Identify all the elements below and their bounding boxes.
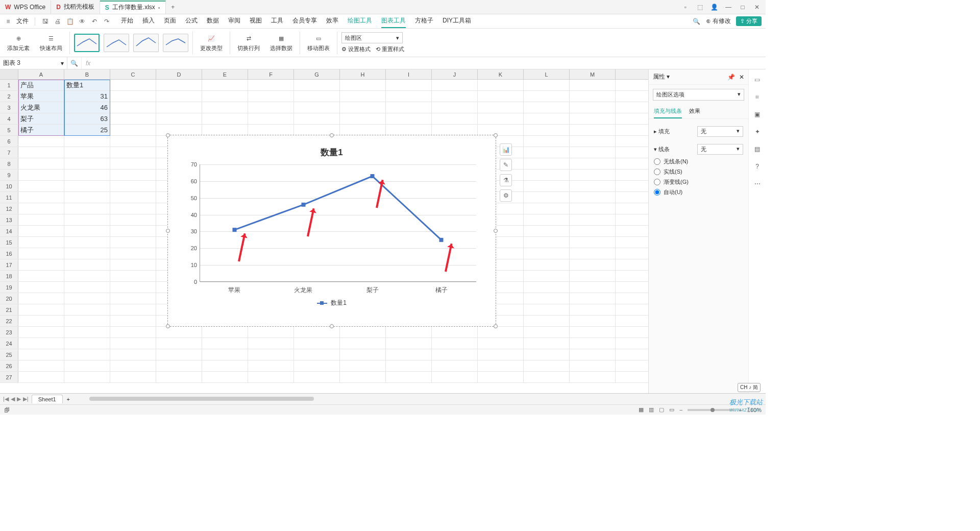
cell-B25[interactable]	[64, 349, 110, 360]
side-tool-6[interactable]: ⋯	[752, 179, 763, 189]
side-tool-2[interactable]: ▣	[752, 109, 763, 119]
cell-B13[interactable]	[64, 214, 110, 225]
menu-tab-3[interactable]: 公式	[185, 14, 198, 28]
menu-tab-8[interactable]: 会员专享	[292, 14, 317, 28]
cell-F27[interactable]	[248, 372, 294, 382]
cell-A25[interactable]	[18, 349, 64, 360]
cell-C19[interactable]	[110, 282, 156, 293]
cell-D5[interactable]	[156, 125, 202, 135]
menu-tab-5[interactable]: 审阅	[228, 14, 240, 28]
sheet-add-button[interactable]: +	[63, 396, 74, 402]
cell-J5[interactable]	[432, 125, 478, 135]
resize-handle[interactable]	[330, 324, 334, 328]
row-header-27[interactable]: 27	[0, 372, 18, 382]
cell-G2[interactable]	[294, 91, 340, 102]
menu-tab-6[interactable]: 视图	[250, 14, 262, 28]
cell-H24[interactable]	[340, 338, 386, 349]
zoom-slider[interactable]	[688, 409, 733, 411]
cell-A10[interactable]	[18, 181, 64, 191]
cell-B23[interactable]	[64, 327, 110, 337]
cell-D25[interactable]	[156, 349, 202, 360]
cell-L22[interactable]	[524, 316, 570, 326]
cell-L11[interactable]	[524, 192, 570, 203]
cell-K25[interactable]	[478, 349, 524, 360]
print-preview-icon[interactable]: 📋	[66, 18, 74, 25]
chart-legend[interactable]: 数量1	[177, 299, 486, 307]
cell-J27[interactable]	[432, 372, 478, 382]
cell-C26[interactable]	[110, 360, 156, 371]
line-radio-0[interactable]: 无线条(N)	[654, 158, 743, 165]
cell-E26[interactable]	[202, 360, 248, 371]
resize-handle[interactable]	[166, 324, 170, 328]
add-element-button[interactable]: ⊕ 添加元素	[4, 33, 33, 52]
row-header-21[interactable]: 21	[0, 304, 18, 315]
cell-B7[interactable]	[64, 147, 110, 158]
cell-A16[interactable]	[18, 248, 64, 259]
cell-G1[interactable]	[294, 80, 340, 90]
menu-tab-1[interactable]: 插入	[142, 14, 155, 28]
cell-M16[interactable]	[570, 248, 616, 259]
cell-I4[interactable]	[386, 113, 432, 124]
row-header-5[interactable]: 5	[0, 125, 18, 135]
cell-L8[interactable]	[524, 158, 570, 169]
row-header-12[interactable]: 12	[0, 203, 18, 214]
cell-C5[interactable]	[110, 125, 156, 135]
cell-A14[interactable]	[18, 226, 64, 236]
zoom-out-button[interactable]: −	[679, 407, 682, 413]
tab-fill-line[interactable]: 填充与线条	[654, 105, 682, 118]
cell-C17[interactable]	[110, 259, 156, 270]
cell-L26[interactable]	[524, 360, 570, 371]
move-chart-button[interactable]: ▭ 移动图表	[304, 33, 333, 52]
view-full-icon[interactable]: ▭	[669, 406, 674, 413]
cell-D3[interactable]	[156, 102, 202, 113]
cell-B5[interactable]: 25	[64, 125, 110, 135]
cell-J4[interactable]	[432, 113, 478, 124]
preview-icon[interactable]: 👁	[78, 18, 86, 25]
col-header-H[interactable]: H	[340, 69, 386, 79]
cell-B11[interactable]	[64, 192, 110, 203]
file-menu[interactable]: 文件	[16, 17, 29, 26]
switch-row-col-button[interactable]: ⇄ 切换行列	[234, 33, 263, 52]
cell-L15[interactable]	[524, 237, 570, 248]
cell-I23[interactable]	[386, 327, 432, 337]
menu-tab-4[interactable]: 数据	[207, 14, 219, 28]
status-icon[interactable]: 🗐	[4, 407, 10, 413]
cell-A27[interactable]	[18, 372, 64, 382]
cell-L1[interactable]	[524, 80, 570, 90]
chart-settings-button[interactable]: ⚙	[500, 189, 512, 202]
cell-M2[interactable]	[570, 91, 616, 102]
cell-C27[interactable]	[110, 372, 156, 382]
row-header-2[interactable]: 2	[0, 91, 18, 102]
cell-K26[interactable]	[478, 360, 524, 371]
chart-filter-button[interactable]: ⚗	[500, 174, 512, 186]
cell-A4[interactable]: 梨子	[18, 113, 64, 124]
cell-B21[interactable]	[64, 304, 110, 315]
row-header-9[interactable]: 9	[0, 170, 18, 180]
cell-C14[interactable]	[110, 226, 156, 236]
cell-L4[interactable]	[524, 113, 570, 124]
cell-G27[interactable]	[294, 372, 340, 382]
reset-style-button[interactable]: ⟲ 重置样式	[376, 45, 404, 53]
cell-M6[interactable]	[570, 136, 616, 147]
resize-handle[interactable]	[166, 229, 170, 233]
cell-E3[interactable]	[202, 102, 248, 113]
cell-E27[interactable]	[202, 372, 248, 382]
cell-F2[interactable]	[248, 91, 294, 102]
change-type-button[interactable]: 📈 更改类型	[197, 33, 226, 52]
cell-L16[interactable]	[524, 248, 570, 259]
cell-F26[interactable]	[248, 360, 294, 371]
cell-B2[interactable]: 31	[64, 91, 110, 102]
cell-B17[interactable]	[64, 259, 110, 270]
view-break-icon[interactable]: ▢	[659, 406, 664, 413]
undo-icon[interactable]: ↶	[90, 18, 99, 25]
win-restore-icon[interactable]: ▫	[681, 4, 690, 11]
cell-A15[interactable]	[18, 237, 64, 248]
cell-H4[interactable]	[340, 113, 386, 124]
cell-B16[interactable]	[64, 248, 110, 259]
cell-I26[interactable]	[386, 360, 432, 371]
plot-area[interactable]: 010203040506070	[200, 164, 476, 282]
scrollbar-thumb[interactable]	[89, 397, 314, 401]
cell-J25[interactable]	[432, 349, 478, 360]
cell-K3[interactable]	[478, 102, 524, 113]
cell-C12[interactable]	[110, 203, 156, 214]
